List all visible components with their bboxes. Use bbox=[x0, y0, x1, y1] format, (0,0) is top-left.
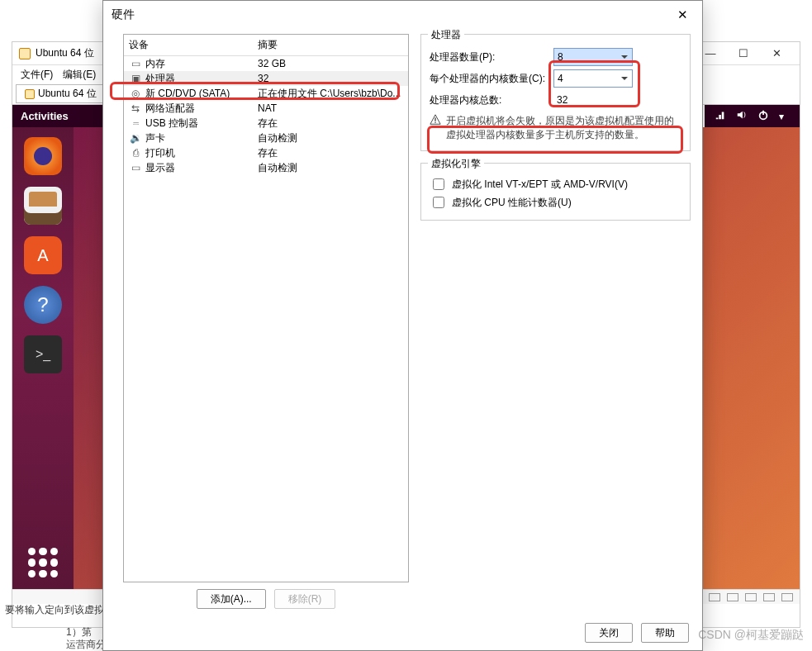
processor-count-label: 处理器数量(P): bbox=[430, 50, 553, 64]
remove-hardware-button[interactable]: 移除(R) bbox=[274, 589, 336, 609]
status-icon bbox=[781, 593, 793, 601]
processor-count-select[interactable] bbox=[553, 48, 633, 66]
ubuntu-top-bar-right: ▾ bbox=[705, 105, 800, 127]
status-icon bbox=[745, 593, 757, 601]
device-name: 新 CD/DVD (SATA) bbox=[145, 87, 258, 101]
maximize-button[interactable]: ☐ bbox=[727, 43, 760, 64]
device-name: USB 控制器 bbox=[145, 116, 258, 131]
status-icon bbox=[709, 593, 720, 601]
firefox-icon[interactable] bbox=[24, 137, 62, 175]
svg-rect-1 bbox=[434, 117, 435, 121]
col-device: 设备 bbox=[129, 38, 258, 52]
vt-x-checkbox-row[interactable]: 虚拟化 Intel VT-x/EPT 或 AMD-V/RVI(V) bbox=[430, 175, 681, 193]
watermark: CSDN @柯基爱蹦跶 bbox=[698, 628, 804, 643]
status-icon bbox=[763, 593, 775, 601]
dialog-footer: 关闭 帮助 bbox=[103, 615, 702, 650]
device-name: 网络适配器 bbox=[145, 102, 258, 116]
software-icon[interactable]: A bbox=[24, 236, 62, 274]
apps-grid-icon[interactable] bbox=[28, 548, 58, 577]
col-summary: 摘要 bbox=[258, 38, 278, 52]
menu-file[interactable]: 文件(F) bbox=[21, 68, 53, 82]
status-icon bbox=[727, 593, 738, 601]
power-icon[interactable] bbox=[757, 109, 769, 123]
dialog-titlebar: 硬件 ✕ bbox=[103, 1, 702, 29]
ubuntu-top-bar-left: Activities bbox=[12, 105, 107, 127]
device-row-usb[interactable]: ⎓USB 控制器存在 bbox=[124, 116, 408, 131]
device-row-cpu[interactable]: ▣处理器32 bbox=[124, 71, 408, 86]
ubuntu-dock: A ? >_ bbox=[12, 127, 74, 589]
dsp-icon: ▭ bbox=[129, 162, 142, 173]
virtualization-group: 虚拟化引擎 虚拟化 Intel VT-x/EPT 或 AMD-V/RVI(V) … bbox=[420, 163, 691, 221]
warning-text: 开启虚拟机将会失败，原因是为该虚拟机配置使用的虚拟处理器内核数量多于主机所支持的… bbox=[446, 114, 681, 142]
device-row-cd[interactable]: ◎新 CD/DVD (SATA)正在使用文件 C:\Users\bzb\Do..… bbox=[124, 86, 408, 101]
svg-rect-2 bbox=[434, 122, 435, 123]
cd-icon: ◎ bbox=[129, 88, 142, 99]
vt-x-label: 虚拟化 Intel VT-x/EPT 或 AMD-V/RVI(V) bbox=[452, 178, 628, 192]
total-cores-value: 32 bbox=[557, 94, 567, 106]
net-icon: ⇆ bbox=[129, 102, 142, 114]
activities-label[interactable]: Activities bbox=[21, 110, 69, 122]
device-summary: 存在 bbox=[258, 146, 403, 160]
device-name: 内存 bbox=[145, 57, 258, 71]
help-icon[interactable]: ? bbox=[24, 286, 62, 324]
vm-tab-label: Ubuntu 64 位 bbox=[38, 87, 97, 101]
device-name: 处理器 bbox=[145, 72, 258, 86]
warning-icon bbox=[430, 114, 441, 126]
processor-group-title: 处理器 bbox=[428, 28, 464, 42]
device-summary: NAT bbox=[258, 102, 403, 114]
perf-counter-label: 虚拟化 CPU 性能计数器(U) bbox=[452, 196, 572, 210]
processor-group: 处理器 处理器数量(P): 每个处理器的内核数量(C): 处理器内核总数: 32… bbox=[420, 34, 691, 151]
menu-edit[interactable]: 编辑(E) bbox=[63, 68, 96, 82]
device-name: 显示器 bbox=[145, 161, 258, 175]
device-list-header: 设备 摘要 bbox=[124, 35, 408, 56]
device-summary: 32 bbox=[258, 73, 403, 84]
device-summary: 正在使用文件 C:\Users\bzb\Do... bbox=[258, 87, 403, 101]
device-summary: 自动检测 bbox=[258, 161, 403, 175]
vt-x-checkbox[interactable] bbox=[433, 178, 444, 190]
cpu-icon: ▣ bbox=[129, 73, 142, 84]
close-button[interactable]: ✕ bbox=[760, 43, 793, 64]
volume-icon[interactable] bbox=[736, 109, 748, 123]
total-cores-label: 处理器内核总数: bbox=[430, 93, 553, 107]
prn-icon: ⎙ bbox=[129, 147, 142, 159]
dialog-close-button[interactable]: ✕ bbox=[671, 3, 694, 26]
perf-counter-checkbox-row[interactable]: 虚拟化 CPU 性能计数器(U) bbox=[430, 193, 681, 211]
cores-per-processor-select[interactable] bbox=[553, 69, 633, 88]
device-name: 打印机 bbox=[145, 146, 258, 160]
settings-panel: 处理器 处理器数量(P): 每个处理器的内核数量(C): 处理器内核总数: 32… bbox=[420, 34, 691, 609]
device-row-mem[interactable]: ▭内存32 GB bbox=[124, 56, 408, 71]
device-row-dsp[interactable]: ▭显示器自动检测 bbox=[124, 160, 408, 175]
mem-icon: ▭ bbox=[129, 58, 142, 69]
network-icon[interactable] bbox=[715, 109, 726, 123]
input-redirect-hint: 要将输入定向到该虚拟 bbox=[5, 603, 104, 617]
virtualization-group-title: 虚拟化引擎 bbox=[428, 157, 484, 171]
device-name: 声卡 bbox=[145, 131, 258, 145]
chevron-down-icon[interactable]: ▾ bbox=[779, 111, 791, 122]
add-hardware-button[interactable]: 添加(A)... bbox=[197, 589, 266, 609]
device-panel: 设备 摘要 ▭内存32 GB▣处理器32◎新 CD/DVD (SATA)正在使用… bbox=[123, 34, 409, 609]
usb-icon: ⎓ bbox=[129, 117, 142, 129]
warning-row: 开启虚拟机将会失败，原因是为该虚拟机配置使用的虚拟处理器内核数量多于主机所支持的… bbox=[430, 114, 681, 142]
device-row-net[interactable]: ⇆网络适配器NAT bbox=[124, 101, 408, 116]
terminal-icon[interactable]: >_ bbox=[24, 335, 62, 373]
device-summary: 32 GB bbox=[258, 58, 403, 69]
hardware-dialog: 硬件 ✕ 设备 摘要 ▭内存32 GB▣处理器32◎新 CD/DVD (SATA… bbox=[102, 0, 703, 651]
device-summary: 自动检测 bbox=[258, 131, 403, 145]
snd-icon: 🔉 bbox=[129, 132, 142, 144]
app-icon bbox=[19, 48, 31, 59]
vm-icon bbox=[25, 89, 35, 99]
device-row-snd[interactable]: 🔉声卡自动检测 bbox=[124, 131, 408, 145]
help-button[interactable]: 帮助 bbox=[641, 623, 689, 643]
device-list[interactable]: 设备 摘要 ▭内存32 GB▣处理器32◎新 CD/DVD (SATA)正在使用… bbox=[123, 34, 409, 582]
cores-per-processor-label: 每个处理器的内核数量(C): bbox=[430, 72, 553, 86]
perf-counter-checkbox[interactable] bbox=[433, 197, 444, 208]
files-icon[interactable] bbox=[24, 187, 62, 225]
device-summary: 存在 bbox=[258, 116, 403, 131]
close-button[interactable]: 关闭 bbox=[585, 623, 633, 643]
device-row-prn[interactable]: ⎙打印机存在 bbox=[124, 145, 408, 160]
dialog-title: 硬件 bbox=[112, 7, 671, 22]
